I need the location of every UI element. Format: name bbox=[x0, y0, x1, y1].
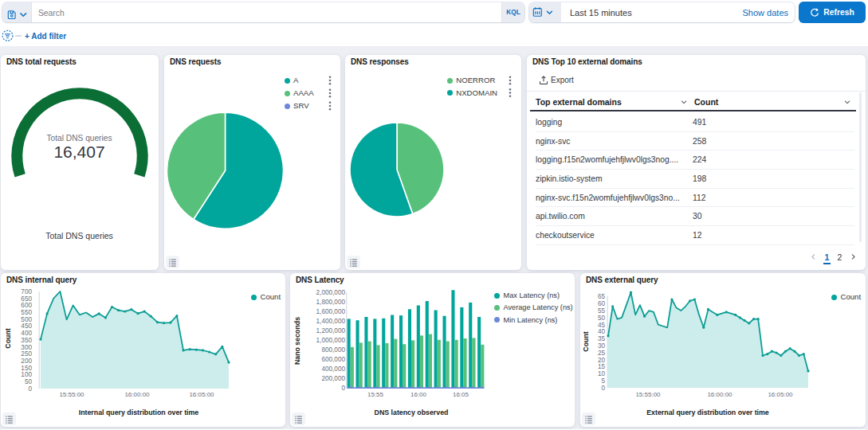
svg-text:20: 20 bbox=[598, 357, 606, 364]
svg-text:450: 450 bbox=[21, 322, 32, 330]
svg-text:Total DNS queries: Total DNS queries bbox=[46, 134, 112, 143]
svg-text:400: 400 bbox=[21, 330, 32, 337]
svg-text:External query distribution ov: External query distribution over time bbox=[646, 408, 769, 416]
svg-text:1,000,000: 1,000,000 bbox=[316, 337, 346, 344]
svg-text:16:00: 16:00 bbox=[410, 391, 427, 398]
svg-text:0: 0 bbox=[601, 385, 605, 392]
svg-text:200: 200 bbox=[21, 358, 32, 365]
svg-text:DNS latency observed: DNS latency observed bbox=[375, 408, 449, 416]
svg-text:350: 350 bbox=[21, 337, 32, 344]
svg-text:0: 0 bbox=[28, 385, 32, 393]
svg-text:0: 0 bbox=[341, 385, 345, 392]
svg-text:16:05: 16:05 bbox=[453, 391, 469, 398]
svg-text:600: 600 bbox=[21, 302, 32, 309]
svg-text:1,400,000: 1,400,000 bbox=[316, 318, 346, 325]
svg-text:15: 15 bbox=[598, 363, 606, 370]
svg-text:50: 50 bbox=[25, 378, 33, 385]
svg-text:50: 50 bbox=[598, 315, 606, 322]
svg-text:650: 650 bbox=[21, 295, 32, 303]
svg-text:Count: Count bbox=[582, 331, 590, 351]
svg-text:55: 55 bbox=[598, 307, 606, 315]
svg-text:16,407: 16,407 bbox=[53, 143, 104, 161]
svg-text:15:55:00: 15:55:00 bbox=[635, 391, 661, 398]
svg-text:40: 40 bbox=[598, 328, 606, 335]
svg-text:2,000,000: 2,000,000 bbox=[316, 289, 346, 296]
svg-text:400,000: 400,000 bbox=[321, 366, 345, 373]
svg-text:Count: Count bbox=[4, 328, 12, 348]
svg-text:16:00:00: 16:00:00 bbox=[707, 391, 732, 398]
svg-text:10: 10 bbox=[598, 370, 606, 377]
svg-text:15:55: 15:55 bbox=[367, 391, 384, 398]
svg-text:150: 150 bbox=[21, 365, 32, 372]
svg-text:65: 65 bbox=[598, 293, 606, 300]
svg-text:800,000: 800,000 bbox=[321, 346, 345, 354]
svg-text:550: 550 bbox=[21, 309, 32, 316]
svg-text:700: 700 bbox=[21, 288, 32, 295]
svg-text:200,000: 200,000 bbox=[321, 375, 345, 382]
svg-text:15:55:00: 15:55:00 bbox=[59, 391, 84, 398]
svg-text:16:05:00: 16:05:00 bbox=[189, 391, 214, 398]
svg-text:45: 45 bbox=[598, 322, 606, 329]
svg-text:300: 300 bbox=[21, 344, 32, 351]
svg-text:35: 35 bbox=[598, 335, 606, 342]
svg-text:1,600,000: 1,600,000 bbox=[316, 308, 346, 315]
svg-text:Nano seconds: Nano seconds bbox=[293, 317, 301, 365]
svg-text:30: 30 bbox=[598, 342, 606, 350]
svg-text:100: 100 bbox=[21, 371, 32, 378]
svg-text:Internal query distribution ov: Internal query distribution over time bbox=[79, 408, 199, 416]
svg-text:60: 60 bbox=[598, 300, 606, 307]
svg-text:16:00:00: 16:00:00 bbox=[124, 391, 150, 398]
svg-text:1,200,000: 1,200,000 bbox=[316, 327, 346, 334]
svg-text:1,800,000: 1,800,000 bbox=[316, 299, 346, 306]
svg-text:25: 25 bbox=[598, 350, 606, 357]
svg-text:Total DNS queries: Total DNS queries bbox=[45, 231, 113, 240]
svg-text:5: 5 bbox=[601, 377, 605, 385]
svg-text:500: 500 bbox=[21, 316, 32, 323]
svg-text:16:05:00: 16:05:00 bbox=[768, 391, 793, 398]
svg-text:250: 250 bbox=[21, 350, 32, 358]
svg-text:600,000: 600,000 bbox=[321, 356, 345, 363]
